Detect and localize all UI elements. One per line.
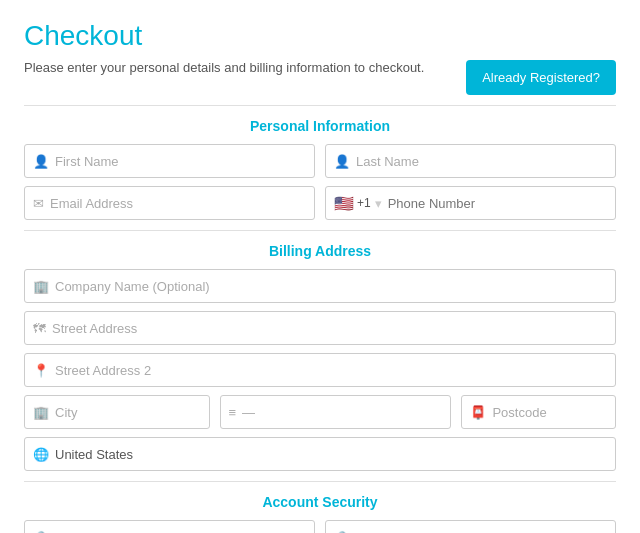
already-registered-button[interactable]: Already Registered? bbox=[466, 60, 616, 95]
company-field: 🏢 bbox=[24, 269, 616, 303]
city-wrap: 🏢 bbox=[24, 395, 210, 429]
city-state-row: 🏢 ≡ — 📮 bbox=[24, 395, 616, 429]
email-wrap: ✉ bbox=[24, 186, 315, 220]
divider-billing bbox=[24, 230, 616, 231]
email-field: ✉ bbox=[24, 186, 315, 220]
phone-input[interactable] bbox=[388, 196, 607, 211]
page-title-row: Checkout bbox=[24, 20, 616, 52]
country-select[interactable]: United States bbox=[55, 447, 607, 462]
password-input[interactable] bbox=[55, 530, 292, 534]
street2-wrap: 📍 bbox=[24, 353, 616, 387]
postcode-field: 📮 bbox=[461, 395, 616, 429]
phone-separator: ▾ bbox=[375, 196, 382, 211]
billing-address-title: Billing Address bbox=[24, 243, 616, 259]
pin-icon: 📍 bbox=[33, 363, 49, 378]
state-wrap: ≡ — bbox=[220, 395, 452, 429]
postcode-wrap: 📮 bbox=[461, 395, 616, 429]
divider-top bbox=[24, 105, 616, 106]
street2-input[interactable] bbox=[55, 363, 607, 378]
map-icon: 🗺 bbox=[33, 321, 46, 336]
password-wrap: 🔒 ⊞ bbox=[24, 520, 315, 533]
postcode-input[interactable] bbox=[492, 405, 607, 420]
contact-row: ✉ 🇺🇸 +1 ▾ bbox=[24, 186, 616, 220]
account-security-title: Account Security bbox=[24, 494, 616, 510]
street2-field: 📍 bbox=[24, 353, 616, 387]
confirm-password-wrap: 🔒 ⊞ bbox=[325, 520, 616, 533]
first-name-wrap: 👤 bbox=[24, 144, 315, 178]
street1-wrap: 🗺 bbox=[24, 311, 616, 345]
street1-input[interactable] bbox=[52, 321, 607, 336]
city-icon: 🏢 bbox=[33, 405, 49, 420]
state-select[interactable]: — bbox=[242, 405, 442, 420]
password-field: 🔒 ⊞ bbox=[24, 520, 315, 533]
street1-field: 🗺 bbox=[24, 311, 616, 345]
first-name-field: 👤 bbox=[24, 144, 315, 178]
phone-code: +1 bbox=[357, 196, 371, 210]
name-row: 👤 👤 bbox=[24, 144, 616, 178]
email-icon: ✉ bbox=[33, 196, 44, 211]
phone-wrap: 🇺🇸 +1 ▾ bbox=[325, 186, 616, 220]
flag-icon: 🇺🇸 bbox=[334, 194, 354, 213]
person-icon-2: 👤 bbox=[334, 154, 350, 169]
email-input[interactable] bbox=[50, 196, 306, 211]
first-name-input[interactable] bbox=[55, 154, 306, 169]
company-input[interactable] bbox=[55, 279, 607, 294]
divider-security bbox=[24, 481, 616, 482]
last-name-input[interactable] bbox=[356, 154, 607, 169]
phone-field: 🇺🇸 +1 ▾ bbox=[325, 186, 616, 220]
page-subtitle: Please enter your personal details and b… bbox=[24, 60, 424, 75]
city-field: 🏢 bbox=[24, 395, 210, 429]
page-title: Checkout bbox=[24, 20, 616, 52]
person-icon: 👤 bbox=[33, 154, 49, 169]
state-icon: ≡ bbox=[229, 405, 237, 420]
globe-icon: 🌐 bbox=[33, 447, 49, 462]
lock-icon: 🔒 bbox=[33, 530, 49, 534]
password-row: 🔒 ⊞ 🔒 ⊞ bbox=[24, 520, 616, 533]
city-input[interactable] bbox=[55, 405, 201, 420]
building-icon: 🏢 bbox=[33, 279, 49, 294]
postcode-icon: 📮 bbox=[470, 405, 486, 420]
country-field: 🌐 United States bbox=[24, 437, 616, 471]
company-wrap: 🏢 bbox=[24, 269, 616, 303]
lock-icon-2: 🔒 bbox=[334, 530, 350, 534]
confirm-password-input[interactable] bbox=[356, 530, 593, 534]
confirm-password-field: 🔒 ⊞ bbox=[325, 520, 616, 533]
last-name-field: 👤 bbox=[325, 144, 616, 178]
last-name-wrap: 👤 bbox=[325, 144, 616, 178]
personal-info-title: Personal Information bbox=[24, 118, 616, 134]
state-field: ≡ — bbox=[220, 395, 452, 429]
